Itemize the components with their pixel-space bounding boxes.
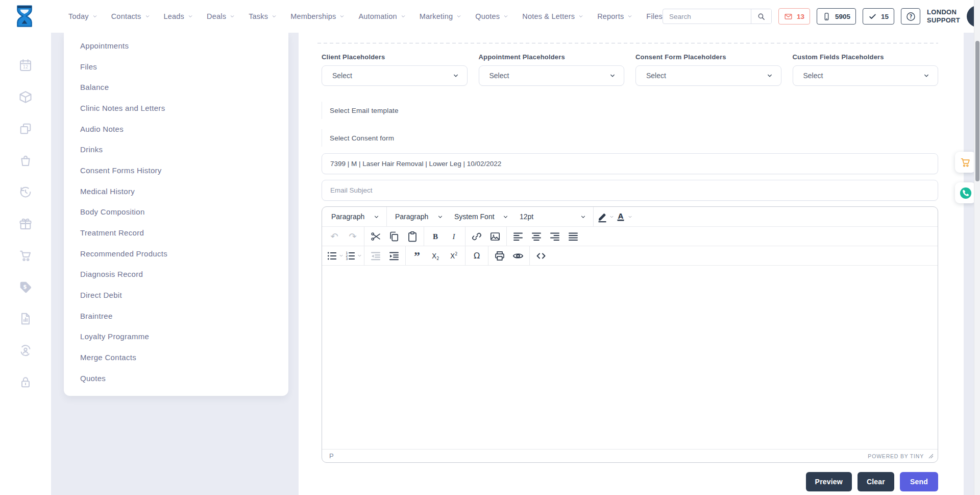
editor-cut-button[interactable] xyxy=(366,228,385,245)
sidebar-item-merge-contacts[interactable]: Merge Contacts xyxy=(64,347,288,368)
editor-paste-button[interactable] xyxy=(403,228,422,245)
nav-item-notes-letters[interactable]: Notes & Letters xyxy=(522,12,583,20)
sidebar-item-clinic-notes-and-letters[interactable]: Clinic Notes and Letters xyxy=(64,98,288,119)
sidebar-item-braintree[interactable]: Braintree xyxy=(64,305,288,326)
sidebar-item-diagnosis-record[interactable]: Diagnosis Record xyxy=(64,264,288,285)
resize-grip-icon[interactable] xyxy=(928,453,934,459)
rail-report-icon[interactable] xyxy=(18,312,33,326)
editor-content-area[interactable] xyxy=(322,266,938,449)
select-consent-form[interactable]: Select Consent form xyxy=(322,129,394,147)
select-email-template[interactable]: Select Email template xyxy=(322,102,399,119)
sidebar-item-drinks[interactable]: Drinks xyxy=(64,139,288,160)
editor-indent-button[interactable] xyxy=(385,247,403,265)
rail-gift-icon[interactable] xyxy=(18,217,33,231)
indent-icon xyxy=(388,250,400,262)
sidebar-item-medical-history[interactable]: Medical History xyxy=(64,181,288,202)
nav-item-deals[interactable]: Deals xyxy=(207,12,235,20)
sidebar-item-loyalty-programme[interactable]: Loyalty Programme xyxy=(64,326,288,347)
preview-button[interactable]: Preview xyxy=(806,472,852,491)
editor-preview-button[interactable] xyxy=(509,247,527,265)
editor-link-button[interactable] xyxy=(468,228,486,245)
nav-item-today[interactable]: Today xyxy=(68,12,97,20)
placeholder-select[interactable]: Select xyxy=(635,65,781,86)
chevron-down-icon xyxy=(609,215,614,219)
editor-highlight-button[interactable] xyxy=(596,208,614,225)
app-logo-icon[interactable] xyxy=(14,5,35,29)
search-button[interactable] xyxy=(751,9,771,23)
editor-toolbar-row-2 xyxy=(322,227,938,246)
nav-item-files[interactable]: Files xyxy=(646,12,663,20)
email-subject-input[interactable] xyxy=(322,180,938,201)
placeholder-select[interactable]: Select xyxy=(479,65,625,86)
unordered-list-icon xyxy=(326,250,338,262)
sidebar-item-files[interactable]: Files xyxy=(64,56,288,77)
cart-floating-button[interactable] xyxy=(955,152,976,173)
sidebar-item-quotes[interactable]: Quotes xyxy=(64,368,288,389)
rail-cart-icon[interactable] xyxy=(18,248,33,263)
sidebar-item-balance[interactable]: Balance xyxy=(64,77,288,98)
placeholder-group: Appointment PlaceholdersSelect xyxy=(479,53,625,86)
rail-calendar-icon[interactable] xyxy=(18,58,33,73)
nav-item-contacts[interactable]: Contacts xyxy=(111,12,150,20)
search-input[interactable] xyxy=(663,9,751,23)
nav-item-memberships[interactable]: Memberships xyxy=(290,12,345,20)
rail-user-sync-icon[interactable] xyxy=(18,343,33,358)
sidebar-item-recommended-products[interactable]: Recommended Products xyxy=(64,243,288,264)
sms-notifications-badge[interactable]: 5905 xyxy=(817,8,856,25)
send-button[interactable]: Send xyxy=(900,472,938,491)
mail-notifications-badge[interactable]: 13 xyxy=(778,8,810,25)
editor-source-code-button[interactable] xyxy=(532,247,550,265)
editor-blockquote-button[interactable] xyxy=(408,247,426,265)
sidebar-item-audio-notes[interactable]: Audio Notes xyxy=(64,119,288,139)
scrollbar-thumb[interactable] xyxy=(975,41,979,181)
placeholder-select[interactable]: Select xyxy=(793,65,939,86)
editor-select-3[interactable]: 12pt xyxy=(514,209,590,224)
editor-subscript-button[interactable] xyxy=(426,247,445,265)
sidebar-item-consent-forms-history[interactable]: Consent Forms History xyxy=(64,160,288,181)
tasks-badge[interactable]: 15 xyxy=(863,8,894,25)
rail-package-icon[interactable] xyxy=(18,90,33,104)
rail-history-icon[interactable] xyxy=(18,185,33,199)
editor-superscript-button[interactable] xyxy=(445,247,463,265)
page-scrollbar[interactable] xyxy=(974,0,980,495)
editor-special-character-button[interactable] xyxy=(468,247,486,265)
nav-item-reports[interactable]: Reports xyxy=(597,12,632,20)
nav-item-marketing[interactable]: Marketing xyxy=(420,12,461,20)
chevron-down-icon xyxy=(374,214,379,220)
help-button[interactable] xyxy=(901,8,920,25)
editor-forecolor-button[interactable] xyxy=(614,208,632,225)
editor-unordered-list-button[interactable] xyxy=(325,247,344,265)
editor-italic-button[interactable] xyxy=(445,228,463,245)
editor-align-justify-button[interactable] xyxy=(564,228,582,245)
sidebar-item-body-composition[interactable]: Body Composition xyxy=(64,202,288,223)
nav-item-tasks[interactable]: Tasks xyxy=(249,12,277,20)
rail-price-tag-icon[interactable] xyxy=(18,280,33,294)
editor-print-button[interactable] xyxy=(491,247,509,265)
rail-lock-icon[interactable] xyxy=(18,375,33,389)
sidebar-item-appointments[interactable]: Appointments xyxy=(64,35,288,56)
nav-item-quotes[interactable]: Quotes xyxy=(475,12,508,20)
phone-floating-button[interactable] xyxy=(955,182,976,203)
rail-stack-icon[interactable] xyxy=(18,122,33,136)
nav-item-label: Marketing xyxy=(420,12,453,20)
editor-ordered-list-button[interactable] xyxy=(344,247,362,265)
editor-copy-button[interactable] xyxy=(385,228,403,245)
editor-align-center-button[interactable] xyxy=(527,228,546,245)
placeholder-select[interactable]: Select xyxy=(322,65,468,86)
nav-item-leads[interactable]: Leads xyxy=(164,12,193,20)
editor-bold-button[interactable] xyxy=(426,228,445,245)
editor-image-button[interactable] xyxy=(486,228,504,245)
chevron-down-icon xyxy=(339,14,345,19)
editor-select-1[interactable]: Paragraph xyxy=(390,209,447,224)
rail-bag-icon[interactable] xyxy=(18,153,33,168)
forecolor-icon xyxy=(615,210,627,223)
clear-button[interactable]: Clear xyxy=(857,472,894,491)
sidebar-item-direct-debit[interactable]: Direct Debit xyxy=(64,285,288,305)
nav-item-automation[interactable]: Automation xyxy=(358,12,405,20)
editor-align-left-button[interactable] xyxy=(509,228,527,245)
editor-select-2[interactable]: System Font xyxy=(449,209,512,224)
editor-select-0[interactable]: Paragraph xyxy=(326,209,383,224)
editor-align-right-button[interactable] xyxy=(546,228,564,245)
sidebar-item-treatment-record[interactable]: Treatment Record xyxy=(64,222,288,243)
reference-subject-input[interactable] xyxy=(322,153,938,174)
